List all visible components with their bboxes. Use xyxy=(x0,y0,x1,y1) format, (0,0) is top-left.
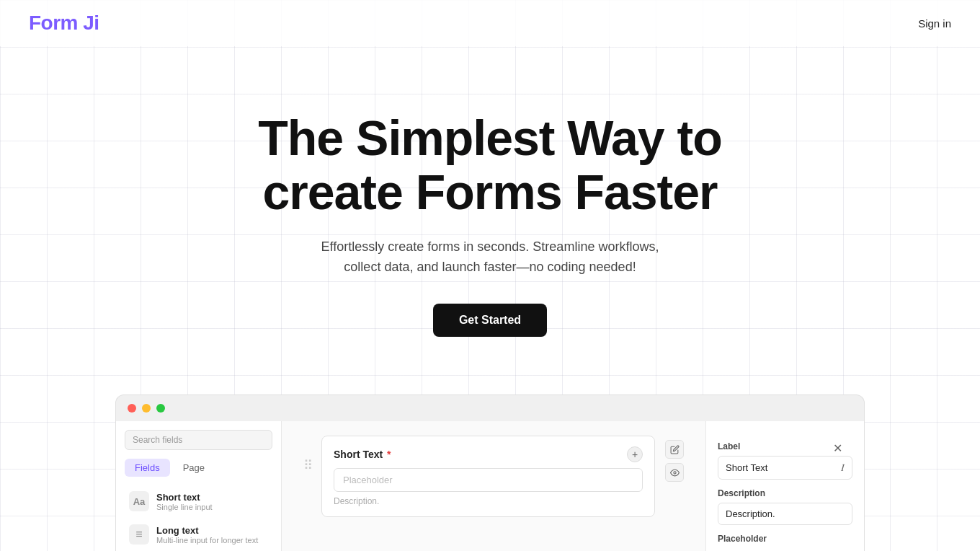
navbar: Form Ji Sign in xyxy=(0,0,980,46)
placeholder-section: Placeholder xyxy=(718,534,852,544)
field-type-name-0: Short text xyxy=(156,492,268,503)
field-label: Short Text * xyxy=(334,449,391,460)
props-close-button[interactable]: ✕ xyxy=(833,441,842,455)
hero-section: The Simplest Way to create Forms Faster … xyxy=(0,46,980,366)
field-description: Description. xyxy=(334,496,643,506)
properties-panel: ✕ Label Short Text 𝐼 Description Descrip… xyxy=(705,421,864,551)
label-section-title: Label xyxy=(718,441,852,451)
label-input[interactable]: Short Text 𝐼 xyxy=(718,456,852,480)
get-started-button[interactable]: Get Started xyxy=(433,304,547,337)
canvas-panel: ⠿ Short Text * + Placeholder Description… xyxy=(282,421,705,551)
window-chrome xyxy=(115,394,865,421)
cursor-icon: 𝐼 xyxy=(841,462,845,474)
fields-panel: Search fields Fields Page Aa Short text … xyxy=(116,421,282,551)
drag-handle: ⠿ xyxy=(303,457,311,473)
hero-subtitle: Effortlessly create forms in seconds. St… xyxy=(303,237,677,278)
field-input-preview: Placeholder xyxy=(334,468,643,492)
form-field-container: Short Text * + Placeholder Description. xyxy=(321,436,655,526)
app-preview-wrapper: Search fields Fields Page Aa Short text … xyxy=(115,394,865,551)
tab-page[interactable]: Page xyxy=(173,459,215,477)
logo[interactable]: Form Ji xyxy=(29,12,99,35)
field-label-row: Short Text * + xyxy=(334,446,643,462)
field-type-desc-1: Multi-line input for longer text xyxy=(156,536,268,545)
field-type-long-text[interactable]: ≡ Long text Multi-line input for longer … xyxy=(125,519,272,550)
description-section: Description Description. xyxy=(718,488,852,525)
tab-fields[interactable]: Fields xyxy=(125,459,170,477)
description-input[interactable]: Description. xyxy=(718,503,852,525)
svg-point-0 xyxy=(673,472,675,474)
placeholder-section-title: Placeholder xyxy=(718,534,852,544)
canvas-wrap: ⠿ Short Text * + Placeholder Description… xyxy=(303,436,684,526)
long-text-icon: ≡ xyxy=(129,524,149,545)
eye-icon[interactable] xyxy=(665,463,684,482)
required-marker: * xyxy=(384,449,391,460)
short-text-icon: Aa xyxy=(129,491,149,511)
search-fields-bar[interactable]: Search fields xyxy=(125,430,272,450)
description-section-title: Description xyxy=(718,488,852,498)
minimize-dot xyxy=(142,404,151,413)
edit-icon[interactable] xyxy=(665,440,684,459)
tab-bar: Fields Page xyxy=(125,459,272,477)
label-section: Label Short Text 𝐼 xyxy=(718,441,852,480)
canvas-toolbar xyxy=(665,436,684,482)
close-dot xyxy=(128,404,136,413)
maximize-dot xyxy=(156,404,165,413)
field-add-button[interactable]: + xyxy=(627,446,643,462)
field-type-name-1: Long text xyxy=(156,525,268,536)
app-preview: Search fields Fields Page Aa Short text … xyxy=(115,421,865,551)
sign-in-button[interactable]: Sign in xyxy=(918,17,951,30)
hero-title: The Simplest Way to create Forms Faster xyxy=(202,111,778,219)
search-placeholder: Search fields xyxy=(133,435,182,445)
form-field-short-text[interactable]: Short Text * + Placeholder Description. xyxy=(321,436,655,517)
field-type-short-text[interactable]: Aa Short text Single line input xyxy=(125,485,272,517)
field-type-desc-0: Single line input xyxy=(156,503,268,511)
